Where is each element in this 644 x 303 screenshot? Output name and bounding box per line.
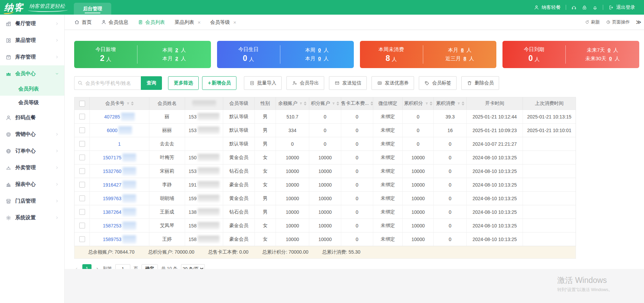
- sort-controls[interactable]: [370, 101, 373, 106]
- col-header-label: 微信绑定: [378, 100, 397, 107]
- chev-right-icon: [55, 216, 59, 220]
- sort-controls[interactable]: [126, 101, 134, 106]
- close-icon[interactable]: ×: [198, 19, 201, 25]
- member-card-link[interactable]: 1599763: [103, 196, 121, 201]
- action-button-label: 批量导入: [257, 80, 276, 86]
- user-menu[interactable]: 纳客轻餐: [534, 4, 561, 11]
- cell-cum_consume: 39.3: [434, 110, 467, 123]
- member-card-link[interactable]: 1589753: [103, 237, 121, 242]
- sort-controls[interactable]: [457, 101, 464, 106]
- summary-item: 总售卡工本费: 0.00: [208, 249, 248, 255]
- action-button-会员标签[interactable]: 会员标签: [419, 76, 457, 90]
- cell-last_time: [523, 178, 576, 191]
- bell-icon[interactable]: [592, 5, 598, 10]
- tab-会员等级[interactable]: 会员等级×: [210, 19, 236, 26]
- sidebar-item-门店管理[interactable]: 门店管理: [0, 193, 64, 209]
- member-card-link[interactable]: 1532760: [103, 169, 121, 174]
- sidebar-item-外卖管理[interactable]: 外卖管理: [0, 159, 64, 176]
- sidebar-item-label: 门店管理: [15, 198, 36, 204]
- cell-text: 0: [417, 114, 419, 119]
- sidebar-item-扫码点餐[interactable]: 扫码点餐: [0, 109, 64, 126]
- member-card-link[interactable]: 1387264: [103, 209, 121, 215]
- logout-button[interactable]: 退出登录: [608, 4, 635, 11]
- row-checkbox[interactable]: [79, 141, 85, 147]
- member-card-link[interactable]: 6000: [107, 128, 117, 133]
- sidebar-subitem-会员列表[interactable]: 会员列表: [0, 82, 64, 96]
- gear-icon: [5, 215, 12, 221]
- tab-首页[interactable]: 首页: [74, 19, 92, 26]
- member-card-link[interactable]: 1587253: [103, 223, 121, 228]
- tab-会员信息[interactable]: 会员信息: [101, 19, 128, 26]
- cell-wechat: 未绑定: [373, 151, 403, 164]
- support-icon[interactable]: [571, 5, 577, 10]
- sidebar-item-餐厅管理[interactable]: 餐厅管理: [0, 15, 64, 32]
- cell-cum_consume: 0: [434, 178, 467, 191]
- tab-菜品列表[interactable]: 菜品列表×: [175, 19, 201, 26]
- member-card-link[interactable]: 1507175: [103, 155, 121, 160]
- action-button-删除会员[interactable]: 删除会员: [461, 76, 499, 90]
- stat-card-title: 今日新增: [96, 46, 116, 53]
- row-checkbox[interactable]: [79, 127, 85, 133]
- phone-prefix: 191: [188, 182, 196, 188]
- row-checkbox[interactable]: [79, 168, 85, 174]
- cell-points: 10000: [309, 151, 341, 164]
- sort-controls[interactable]: [332, 101, 339, 106]
- sidebar-item-菜品管理[interactable]: 菜品管理: [0, 32, 64, 49]
- main-content: 今日新增2人本周2人本月2人今日生日0人本周0人本月0人本周未消费8人本月8人近…: [65, 30, 644, 303]
- action-button-发送优惠券[interactable]: 发送优惠券: [371, 76, 414, 90]
- nav-tab-backoffice[interactable]: 后台管理: [74, 3, 111, 15]
- row-checkbox[interactable]: [79, 223, 85, 228]
- action-button-发送短信[interactable]: 发送短信: [329, 76, 367, 90]
- sidebar-item-系统设置[interactable]: 系统设置: [0, 209, 64, 226]
- action-button-批量导入[interactable]: 批量导入: [244, 76, 282, 90]
- sidebar-item-会员中心[interactable]: 会员中心: [0, 65, 64, 82]
- row-checkbox[interactable]: [79, 114, 85, 119]
- stat-line-value: 2: [175, 55, 178, 61]
- cell-text: 2024-08-10 10:13:25: [473, 155, 517, 160]
- row-checkbox[interactable]: [79, 155, 85, 160]
- cell-text: 0: [324, 141, 327, 147]
- action-button-会员导出[interactable]: 会员导出: [286, 76, 324, 90]
- restaurant-icon: [5, 21, 12, 27]
- sms-icon: [334, 80, 340, 86]
- lock-icon[interactable]: [582, 5, 587, 10]
- cell-text: 未绑定: [381, 182, 395, 188]
- masked-card-suffix: [121, 113, 135, 121]
- sidebar-item-订单中心[interactable]: 订单中心: [0, 143, 64, 159]
- more-filters-button[interactable]: 更多筛选: [168, 76, 199, 90]
- cell-text: 10000: [286, 169, 299, 174]
- tab-overflow-icon[interactable]: ≫: [636, 19, 641, 25]
- stat-card-今日新增: 今日新增2人本周2人本月2人: [74, 41, 211, 68]
- sort-carets: [131, 101, 134, 106]
- close-icon[interactable]: ×: [233, 19, 236, 25]
- search-input[interactable]: [74, 76, 141, 90]
- row-checkbox[interactable]: [79, 195, 85, 201]
- row-checkbox[interactable]: [79, 209, 85, 215]
- summary-value: 70000.00: [288, 249, 308, 255]
- refresh-label: 刷新: [591, 19, 600, 25]
- tab-会员列表[interactable]: 会员列表: [138, 19, 165, 26]
- search-button[interactable]: 查询: [141, 76, 162, 90]
- header-checkbox[interactable]: [79, 101, 85, 107]
- cell-text: 王新成: [160, 209, 174, 215]
- refresh-button[interactable]: 刷新: [585, 19, 600, 25]
- sidebar-item-报表中心[interactable]: 报表中心: [0, 176, 64, 193]
- sidebar-item-库存管理[interactable]: 库存管理: [0, 49, 64, 65]
- sidebar-subitem-会员等级[interactable]: 会员等级: [0, 96, 64, 109]
- add-member-button[interactable]: + 新增会员: [202, 76, 236, 90]
- cell-name: 叶梅芳: [149, 151, 185, 164]
- stat-card-count-number: 2: [100, 54, 104, 63]
- member-card-link[interactable]: 407285: [104, 114, 120, 119]
- sort-controls[interactable]: [425, 101, 432, 106]
- cell-points: 0: [309, 124, 341, 137]
- page-ops-button[interactable]: 页面操作: [606, 19, 630, 25]
- row-checkbox[interactable]: [79, 236, 85, 242]
- member-card-link[interactable]: 1916427: [103, 182, 121, 188]
- row-checkbox[interactable]: [79, 182, 85, 188]
- cell-open_time: 2024-10-07 21:21:27: [467, 137, 523, 150]
- sidebar-item-营销中心[interactable]: 营销中心: [0, 126, 64, 143]
- stat-line-label: 本周: [162, 47, 172, 53]
- sort-controls[interactable]: [299, 101, 307, 106]
- cell-text: 10000: [318, 169, 332, 174]
- member-card-link[interactable]: 1: [118, 141, 121, 147]
